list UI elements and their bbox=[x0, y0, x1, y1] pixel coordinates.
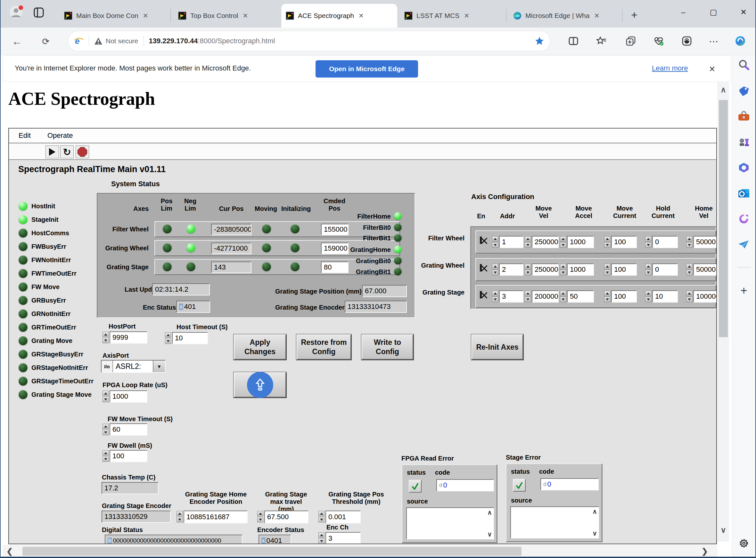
stop-button[interactable]: STOP bbox=[234, 372, 287, 398]
gs-home-enc-spinner[interactable] bbox=[177, 511, 183, 523]
host-timeout-spinner[interactable] bbox=[165, 332, 171, 344]
hold-current-spinner[interactable] bbox=[645, 264, 651, 275]
home-vel-field[interactable]: 50000 bbox=[693, 263, 717, 276]
gs-pos-threshold-field[interactable]: 0.001 bbox=[325, 511, 361, 524]
tab-close-icon[interactable]: ✕ bbox=[358, 12, 364, 20]
enable-checkbox[interactable] bbox=[480, 236, 482, 244]
window-maximize-button[interactable]: ▢ bbox=[703, 3, 723, 21]
host-timeout-field[interactable]: 10 bbox=[172, 332, 208, 344]
hostport-spinner[interactable] bbox=[103, 332, 109, 343]
sidebar-add-icon[interactable]: + bbox=[735, 282, 753, 299]
sidebar-search-icon[interactable] bbox=[735, 56, 753, 74]
move-accel-field[interactable]: 50 bbox=[567, 290, 594, 303]
fw-dwell-field[interactable]: 100 bbox=[110, 450, 147, 462]
hold-current-spinner[interactable] bbox=[645, 236, 651, 248]
move-vel-field[interactable]: 250000 bbox=[532, 236, 559, 248]
tab-microsoft-edge[interactable]: Microsoft Edge | Wha ✕ bbox=[509, 4, 618, 28]
enable-checkbox[interactable] bbox=[480, 291, 482, 298]
hostport-field[interactable]: 9999 bbox=[110, 331, 147, 344]
addr-field[interactable]: 1 bbox=[499, 236, 523, 248]
hold-current-spinner[interactable] bbox=[645, 291, 651, 302]
apply-changes-button[interactable]: Apply Changes bbox=[234, 334, 287, 360]
enc-status-field[interactable]: x401 bbox=[176, 301, 210, 313]
source-field[interactable]: ∧ ∨ bbox=[406, 507, 494, 539]
tab-main-box-dome[interactable]: Main Box Dome Con ✕ bbox=[60, 4, 168, 28]
sidebar-shopping-icon[interactable] bbox=[735, 83, 753, 100]
vertical-scroll-thumb[interactable] bbox=[719, 100, 728, 337]
move-accel-spinner[interactable] bbox=[560, 236, 566, 248]
tab-lsst-at-mcs[interactable]: LSST AT MCS ✕ bbox=[400, 4, 505, 28]
move-vel-field[interactable]: 250000 bbox=[532, 263, 559, 276]
refresh-button[interactable]: ⟳ bbox=[38, 33, 54, 49]
menu-operate[interactable]: Operate bbox=[47, 131, 73, 140]
favorites-icon[interactable] bbox=[592, 32, 610, 50]
gs-pos-threshold-spinner[interactable] bbox=[318, 511, 324, 523]
home-vel-spinner[interactable] bbox=[686, 264, 692, 275]
addr-spinner[interactable] bbox=[492, 291, 498, 302]
window-minimize-button[interactable]: – bbox=[673, 3, 693, 21]
sidebar-games-icon[interactable] bbox=[735, 133, 753, 151]
run-button[interactable] bbox=[46, 146, 59, 158]
move-accel-spinner[interactable] bbox=[560, 264, 566, 275]
new-tab-button[interactable]: + bbox=[627, 8, 641, 22]
bookmark-star-icon[interactable] bbox=[535, 36, 544, 46]
move-current-field[interactable]: 100 bbox=[611, 236, 637, 248]
copilot-icon[interactable] bbox=[731, 32, 749, 50]
gs-max-travel-spinner[interactable] bbox=[257, 511, 263, 523]
collections-icon[interactable] bbox=[622, 32, 640, 50]
fw-move-timeout-field[interactable]: 60 bbox=[110, 423, 147, 436]
sidebar-tools-icon[interactable] bbox=[735, 108, 753, 125]
home-vel-spinner[interactable] bbox=[686, 291, 692, 302]
move-vel-spinner[interactable] bbox=[525, 264, 531, 275]
move-accel-spinner[interactable] bbox=[560, 291, 566, 302]
enc-ch-field[interactable]: 3 bbox=[325, 532, 361, 544]
scroll-left-icon[interactable]: ❮ bbox=[4, 546, 16, 557]
open-in-edge-button[interactable]: Open in Microsoft Edge bbox=[316, 60, 418, 78]
restore-from-config-button[interactable]: Restore from Config bbox=[296, 334, 351, 360]
hold-current-field[interactable]: 0 bbox=[652, 263, 678, 276]
move-vel-field[interactable]: 200000 bbox=[532, 290, 559, 303]
home-vel-spinner[interactable] bbox=[686, 236, 692, 248]
status-ok-button[interactable] bbox=[513, 479, 526, 492]
move-accel-field[interactable]: 1000 bbox=[567, 236, 594, 248]
addr-field[interactable]: 2 bbox=[499, 263, 523, 276]
home-vel-field[interactable]: 100000 bbox=[693, 290, 717, 303]
window-close-button[interactable]: ✕ bbox=[734, 3, 753, 21]
learn-more-link[interactable]: Learn more bbox=[652, 64, 688, 72]
move-vel-spinner[interactable] bbox=[525, 291, 531, 302]
axisport-combo[interactable]: I/o ASRL2: ▼ bbox=[101, 360, 166, 373]
move-current-spinner[interactable] bbox=[604, 291, 610, 302]
enc-ch-spinner[interactable] bbox=[318, 532, 324, 544]
hold-current-field[interactable]: 0 bbox=[652, 236, 678, 248]
source-field[interactable]: ∧ ∨ bbox=[510, 506, 599, 538]
scroll-down-icon[interactable]: ∨ bbox=[718, 524, 729, 536]
banner-close-icon[interactable]: ✕ bbox=[705, 61, 720, 76]
sidebar-m365-icon[interactable] bbox=[735, 159, 753, 176]
home-vel-field[interactable]: 50000 bbox=[693, 236, 717, 248]
move-vel-spinner[interactable] bbox=[525, 236, 531, 248]
menu-edit[interactable]: Edit bbox=[19, 131, 31, 140]
move-current-spinner[interactable] bbox=[604, 264, 610, 275]
scroll-up-icon[interactable]: ∧ bbox=[718, 84, 729, 96]
address-bar[interactable]: e Not secure 139.229.170.44 :8000/Spectr… bbox=[68, 31, 550, 51]
tab-close-icon[interactable]: ✕ bbox=[464, 12, 469, 20]
addr-spinner[interactable] bbox=[492, 236, 498, 248]
hold-current-field[interactable]: 10 bbox=[652, 290, 678, 303]
tab-top-box-control[interactable]: Top Box Control ✕ bbox=[173, 4, 279, 28]
code-field[interactable]: d0 bbox=[540, 478, 599, 490]
tab-close-icon[interactable]: ✕ bbox=[143, 12, 148, 20]
sidebar-outlook-icon[interactable] bbox=[735, 185, 753, 202]
horizontal-scroll-thumb[interactable] bbox=[22, 547, 521, 556]
workspaces-icon[interactable] bbox=[33, 7, 44, 18]
addr-field[interactable]: 3 bbox=[499, 290, 523, 303]
move-current-field[interactable]: 100 bbox=[611, 263, 637, 276]
sidebar-designer-icon[interactable] bbox=[735, 210, 753, 228]
scroll-down-icon[interactable]: ∨ bbox=[487, 530, 492, 538]
back-button[interactable]: ← bbox=[9, 33, 25, 49]
addr-spinner[interactable] bbox=[492, 264, 498, 275]
ie-mode-icon[interactable] bbox=[678, 32, 696, 50]
tab-close-icon[interactable]: ✕ bbox=[243, 12, 248, 20]
sidebar-drop-icon[interactable] bbox=[735, 236, 753, 253]
fw-dwell-spinner[interactable] bbox=[103, 450, 109, 462]
scroll-up-icon[interactable]: ∧ bbox=[592, 508, 597, 515]
